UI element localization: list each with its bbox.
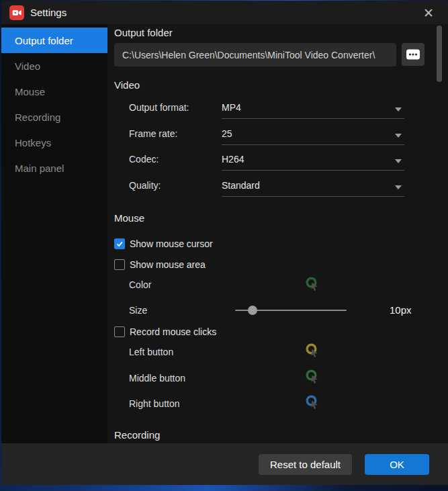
- chevron-down-icon: [395, 159, 402, 163]
- close-icon[interactable]: ✕: [418, 3, 439, 23]
- output-path-value: C:\Users\Helen Green\Documents\MiniTool …: [122, 50, 375, 60]
- ellipsis-icon: [406, 48, 420, 60]
- right-button-color-swatch[interactable]: [305, 395, 320, 411]
- mouse-area-color-label: Color: [129, 279, 151, 290]
- codec-label: Codec:: [129, 154, 159, 165]
- sidebar: Output folder Video Mouse Recording Hotk…: [1, 24, 107, 443]
- browse-button[interactable]: [402, 43, 424, 66]
- quality-row: Quality: Standard: [129, 177, 404, 197]
- reset-to-default-button[interactable]: Reset to default: [259, 454, 352, 475]
- output-format-row: Output format: MP4: [129, 99, 404, 119]
- sidebar-item-video[interactable]: Video: [1, 53, 107, 79]
- sidebar-item-mouse[interactable]: Mouse: [1, 79, 107, 104]
- frame-rate-label: Frame rate:: [129, 128, 177, 139]
- ok-button[interactable]: OK: [365, 454, 429, 475]
- codec-row: Codec: H264: [129, 150, 404, 171]
- show-mouse-area-row: Show mouse area: [114, 258, 206, 271]
- middle-button-label: Middle button: [129, 373, 185, 384]
- sidebar-item-main-panel[interactable]: Main panel: [1, 155, 107, 181]
- output-format-dropdown[interactable]: MP4: [222, 99, 404, 119]
- left-button-label: Left button: [129, 347, 173, 357]
- record-mouse-clicks-row: Record mouse clicks: [114, 325, 216, 339]
- mouse-area-color-swatch[interactable]: [305, 277, 320, 293]
- show-mouse-cursor-row: Show mouse cursor: [114, 237, 213, 251]
- recording-header: Recording: [114, 429, 160, 441]
- frame-rate-dropdown[interactable]: 25: [222, 125, 404, 145]
- chevron-down-icon: [395, 134, 402, 138]
- show-mouse-area-checkbox[interactable]: [114, 259, 125, 270]
- output-format-label: Output format:: [129, 102, 189, 113]
- video-header: Video: [114, 79, 140, 91]
- title-bar: Settings ✕: [1, 1, 448, 24]
- middle-button-color-swatch[interactable]: [305, 369, 320, 386]
- settings-content: Output folder C:\Users\Helen Green\Docum…: [107, 24, 448, 443]
- quality-dropdown[interactable]: Standard: [222, 177, 404, 197]
- show-mouse-cursor-checkbox[interactable]: [114, 238, 125, 249]
- mouse-size-value: 10px: [390, 304, 412, 316]
- settings-dialog: Settings ✕ Output folder Video Mouse Rec…: [1, 1, 448, 485]
- output-folder-header: Output folder: [114, 27, 173, 38]
- right-button-label: Right button: [129, 398, 180, 409]
- sidebar-item-recording[interactable]: Recording: [1, 104, 107, 130]
- slider-thumb[interactable]: [248, 306, 257, 315]
- chevron-down-icon: [395, 185, 402, 189]
- footer-bar: Reset to default OK: [1, 443, 448, 485]
- sidebar-item-hotkeys[interactable]: Hotkeys: [1, 130, 107, 155]
- sidebar-item-output-folder[interactable]: Output folder: [1, 28, 107, 53]
- record-mouse-clicks-checkbox[interactable]: [114, 326, 125, 337]
- codec-dropdown[interactable]: H264: [222, 150, 404, 171]
- app-logo-icon: [9, 5, 24, 20]
- chevron-down-icon: [395, 107, 402, 111]
- frame-rate-row: Frame rate: 25: [129, 125, 404, 145]
- check-icon: [116, 240, 124, 248]
- output-path-field[interactable]: C:\Users\Helen Green\Documents\MiniTool …: [114, 43, 396, 66]
- scrollbar[interactable]: [437, 26, 442, 82]
- quality-label: Quality:: [129, 180, 161, 191]
- left-button-color-swatch[interactable]: [305, 343, 320, 359]
- window-title: Settings: [30, 7, 66, 18]
- mouse-size-label: Size: [129, 305, 147, 316]
- mouse-header: Mouse: [114, 212, 144, 224]
- mouse-size-slider[interactable]: [235, 310, 347, 311]
